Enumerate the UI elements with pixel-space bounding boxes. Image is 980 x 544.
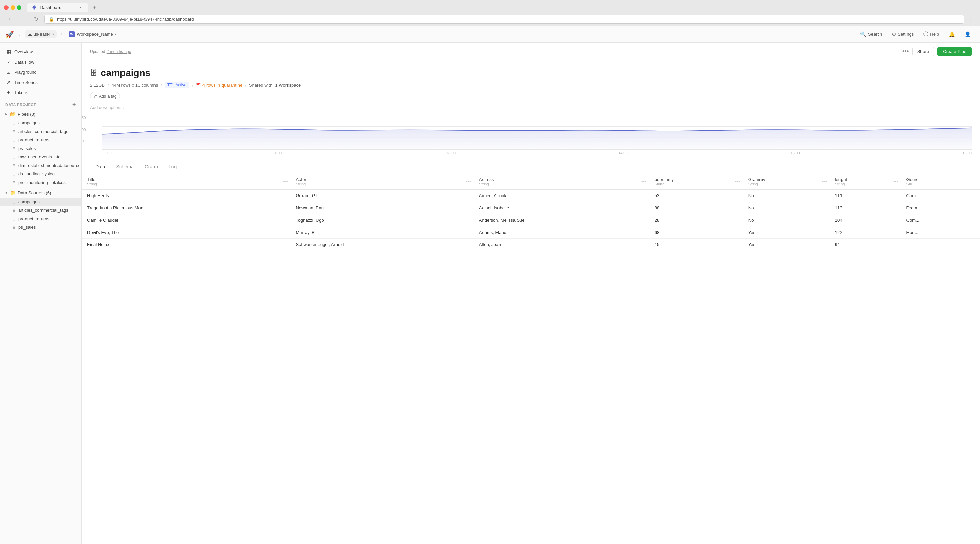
refresh-button[interactable]: ↻ — [31, 14, 41, 24]
cell-lenght: 104 — [830, 214, 901, 227]
cell-actor: Murray, Bill — [290, 227, 473, 239]
region-icon: ☁ — [27, 32, 32, 37]
tab-data[interactable]: Data — [90, 160, 111, 173]
tab-schema[interactable]: Schema — [111, 160, 139, 173]
overview-icon: ▦ — [5, 49, 11, 54]
cell-grammy: No — [743, 214, 830, 227]
sidebar-item-ps-sales-pipe[interactable]: ⊟ ps_sales — [0, 144, 81, 153]
col-grammy-type: String — [748, 182, 824, 186]
sidebar-item-campaigns-ds[interactable]: ⊟ campaigns — [0, 198, 81, 206]
cell-grammy: Yes — [743, 227, 830, 239]
col-popularity-menu[interactable]: ••• — [735, 179, 740, 184]
col-lenght-menu[interactable]: ••• — [893, 179, 898, 184]
main-content: Updated 2 months ago ••• Share Create Pi… — [82, 43, 980, 544]
settings-button[interactable]: ⚙ Settings — [888, 30, 917, 39]
cell-actor: Gerard, Gil — [290, 190, 473, 202]
pipe-icon: ⊟ — [12, 163, 16, 168]
help-icon: ⓘ — [923, 31, 928, 37]
sidebar-item-playground[interactable]: ⊡ Playground — [0, 67, 81, 77]
close-traffic-light[interactable] — [4, 5, 8, 10]
new-tab-button[interactable]: + — [89, 3, 99, 12]
sidebar-item-product-returns-pipe[interactable]: ⊟ product_returns — [0, 136, 81, 144]
add-data-project-button[interactable]: + — [73, 102, 76, 108]
url-bar[interactable]: 🔒 https://ui.tinybird.co/8dae6a-8309-84j… — [44, 14, 964, 24]
col-actor-menu[interactable]: ••• — [466, 179, 471, 184]
region-selector[interactable]: ☁ us-east4 ▾ — [25, 30, 57, 38]
updated-link[interactable]: 2 months ago — [107, 49, 131, 54]
sidebar-item-ds-landing-pipe[interactable]: ⊟ ds_landing_syslog — [0, 170, 81, 178]
data-project-label: DATA PROJECT — [5, 103, 36, 107]
y-label-0: 0 — [82, 151, 86, 155]
maximize-traffic-light[interactable] — [17, 5, 21, 10]
quarantine-badge[interactable]: 🚩 4 rows in quarantine — [196, 82, 242, 88]
cell-popularity: 68 — [649, 227, 743, 239]
col-grammy-menu[interactable]: ••• — [822, 179, 827, 184]
tab-close-button[interactable]: × — [78, 5, 83, 10]
tab-log[interactable]: Log — [163, 160, 182, 173]
sidebar-item-dim-establishments-pipe[interactable]: ⊟ dim_establishments.datasource — [0, 161, 81, 170]
pipes-group-toggle[interactable]: ▸ 📂 Pipes (8) — [0, 109, 81, 119]
sidebar-item-campaigns-pipe[interactable]: ⊟ campaigns — [0, 119, 81, 127]
datasource-icon: ⊟ — [12, 200, 16, 205]
help-button[interactable]: ⓘ Help — [920, 30, 943, 39]
sidebar-item-articles-ds[interactable]: ⊞ articles_commercial_tags — [0, 206, 81, 214]
data-table-area: Title String ••• Actor String ••• Actres… — [82, 173, 980, 251]
col-title-menu[interactable]: ••• — [283, 179, 288, 184]
more-options-button[interactable]: ••• — [902, 48, 909, 55]
quarantine-label: rows in quarantine — [206, 82, 242, 88]
user-button[interactable]: 👤 — [961, 30, 975, 39]
sidebar-item-label: Tokens — [14, 90, 28, 95]
pipe-icon: ⊟ — [12, 146, 16, 151]
col-genre: Genre Stri... — [901, 173, 980, 190]
notifications-button[interactable]: 🔔 — [945, 30, 959, 39]
time-series-icon: ↗ — [5, 79, 11, 85]
sidebar-item-product-returns-ds[interactable]: ⊟ product_returns — [0, 214, 81, 223]
traffic-lights — [4, 5, 21, 10]
forward-button[interactable]: → — [18, 14, 28, 24]
browser-tab[interactable]: Dashboard × — [27, 3, 88, 12]
create-pipe-button[interactable]: Create Pipe — [937, 47, 972, 56]
col-actress-menu[interactable]: ••• — [641, 179, 646, 184]
data-sources-group-toggle[interactable]: ▾ 📁 Data Sources (6) — [0, 188, 81, 198]
description-field[interactable]: Add description... — [90, 104, 972, 116]
minimize-traffic-light[interactable] — [11, 5, 15, 10]
y-label-50: 50 — [82, 139, 86, 143]
cell-actress: Adams, Maud — [474, 227, 649, 239]
sidebar-item-pro-monitoring-pipe[interactable]: ⊞ pro_monitoring_totalcost — [0, 178, 81, 187]
url-text: https://ui.tinybird.co/8dae6a-8309-84je-… — [57, 17, 194, 22]
x-label-1300: 13:00 — [446, 151, 456, 155]
sidebar-item-articles-pipe[interactable]: ⊞ articles_commercial_tags — [0, 127, 81, 136]
tab-label: Dashboard — [40, 5, 62, 10]
datasource-meta: 2.12GB / 44M rows x 16 columns / TTL Act… — [90, 82, 972, 88]
settings-label: Settings — [898, 32, 914, 37]
ttl-badge[interactable]: TTL Active — [165, 82, 189, 88]
cell-lenght: 94 — [830, 239, 901, 251]
chart-y-labels: 150 100 50 0 — [82, 116, 86, 155]
sidebar-item-time-series[interactable]: ↗ Time Series — [0, 77, 81, 87]
shared-workspace-link[interactable]: 1 Workspace — [275, 82, 301, 88]
pipe-icon: ⊞ — [12, 155, 16, 159]
sidebar-item-ps-sales-ds[interactable]: ⊞ ps_sales — [0, 223, 81, 232]
sidebar-item-overview[interactable]: ▦ Overview — [0, 47, 81, 57]
app: 🚀 / ☁ us-east4 ▾ / W Workspace_Name ▾ 🔍 … — [0, 26, 980, 544]
browser-more-button[interactable]: ⋮ — [968, 15, 975, 23]
cell-title: Camille Claudel — [82, 214, 290, 227]
tab-graph[interactable]: Graph — [139, 160, 163, 173]
share-button[interactable]: Share — [912, 47, 934, 56]
sidebar-item-tokens[interactable]: ✦ Tokens — [0, 87, 81, 98]
workspace-selector[interactable]: W Workspace_Name ▾ — [66, 30, 119, 39]
back-button[interactable]: ← — [5, 14, 15, 24]
add-tag-button[interactable]: 🏷 Add a tag — [90, 92, 120, 100]
sub-item-label: ps_sales — [18, 225, 36, 230]
cell-grammy: No — [743, 202, 830, 214]
pipe-icon: ⊟ — [12, 172, 16, 176]
pipes-collapse-icon: ▸ — [5, 111, 8, 116]
meta-sep-2: / — [161, 82, 162, 88]
sidebar-item-data-flow[interactable]: ⟋ Data Flow — [0, 57, 81, 67]
search-button[interactable]: 🔍 Search — [856, 30, 885, 39]
datasource-title-icon: 🗄 — [90, 69, 97, 78]
col-grammy-label: Grammy — [748, 177, 765, 182]
cell-genre: Com... — [901, 190, 980, 202]
sidebar-item-raw-user-events-pipe[interactable]: ⊞ raw_user_events_sta — [0, 153, 81, 161]
col-lenght: lenght String ••• — [830, 173, 901, 190]
